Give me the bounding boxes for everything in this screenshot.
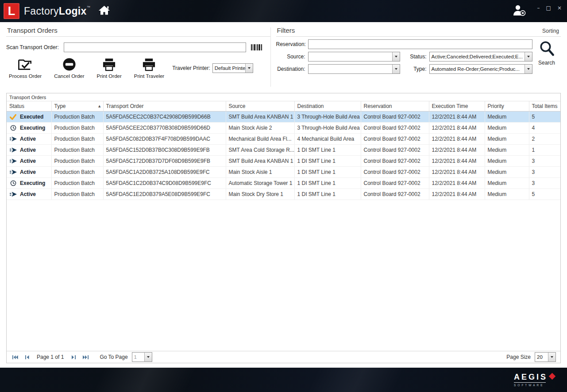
source-status-filter-row: Source: Status: Active;Canceled;Delivere… xyxy=(276,52,532,61)
traveler-printer-select[interactable]: Default Printer xyxy=(212,63,253,73)
destination-label: Destination: xyxy=(276,66,308,72)
transport-orders-panel-header: Transport Orders xyxy=(6,25,270,37)
cell-total-items: 2 xyxy=(529,134,560,145)
cell-type: Production Batch xyxy=(51,134,103,145)
filters-panel: Filters Sorting Reservation: Source: xyxy=(271,25,561,89)
cell-priority: Medium xyxy=(485,145,529,156)
transport-order-row[interactable]: ActiveProduction Batch5A5FDA5C082D0B37F4… xyxy=(7,134,560,145)
cell-destination: 3 Through-Hole Build Area xyxy=(294,111,361,123)
chevron-down-icon xyxy=(392,65,400,73)
cell-source: Mechanical Build Area Fl... xyxy=(226,134,294,145)
sorting-toggle[interactable]: Sorting xyxy=(542,28,560,34)
column-header-total-items[interactable]: Total Items xyxy=(529,101,560,111)
search-button[interactable]: Search xyxy=(532,40,561,66)
cell-execution-time: 12/2/2021 8:44 AM xyxy=(429,189,485,200)
cell-reservation: Control Board 927-0002 xyxy=(361,111,429,123)
cell-reservation: Control Board 927-0002 xyxy=(361,134,429,145)
reservation-label: Reservation: xyxy=(276,41,308,47)
app-title: FactoryLogix™ xyxy=(24,5,90,17)
status-label: Status: xyxy=(405,54,429,60)
page-size-label: Page Size xyxy=(506,354,531,360)
status-select[interactable]: Active;Canceled;Delivered;Executed;E... xyxy=(429,52,532,61)
cell-status: Active xyxy=(7,156,51,167)
cell-source: Main Stock Aisle 1 xyxy=(226,167,294,178)
column-header-execution-time[interactable]: Execution Time xyxy=(429,101,485,111)
top-panels: Transport Orders Scan Transport Order: xyxy=(6,25,561,89)
transport-order-row[interactable]: ActiveProduction Batch5A5FDA5C172D0B37D7… xyxy=(7,156,560,167)
transport-order-row[interactable]: ExecutingProduction Batch5A5FDA5CEE2C0B3… xyxy=(7,123,560,134)
transport-order-row[interactable]: ExecutingProduction Batch5A5FDA5C1C2D0B3… xyxy=(7,178,560,189)
home-button[interactable] xyxy=(98,5,110,17)
cell-type: Production Batch xyxy=(51,111,103,123)
cell-total-items: 5 xyxy=(529,189,560,200)
cell-execution-time: 12/2/2021 8:44 AM xyxy=(429,167,485,178)
print-order-label: Print Order xyxy=(97,73,122,79)
goto-page-label: Go To Page xyxy=(100,354,127,360)
cell-total-items: 4 xyxy=(529,123,560,134)
print-traveler-label: Print Traveler xyxy=(134,73,164,79)
page-info: Page 1 of 1 xyxy=(35,354,66,360)
transport-order-row[interactable]: ActiveProduction Batch5A5FDA5C1E2D0B379A… xyxy=(7,189,560,200)
next-page-button[interactable] xyxy=(69,354,77,361)
page-size-select[interactable]: 20 xyxy=(535,352,556,362)
transport-orders-panel-title: Transport Orders xyxy=(7,27,58,34)
transport-orders-tbody: ExecutedProduction Batch5A5FDA5CEC2C0B37… xyxy=(7,111,560,200)
cell-destination: 1 DI SMT Line 1 xyxy=(294,189,361,200)
cell-type: Production Batch xyxy=(51,123,103,134)
process-order-button[interactable]: Process Order xyxy=(6,56,44,80)
cancel-order-button[interactable]: Cancel Order xyxy=(51,56,87,80)
last-page-button[interactable] xyxy=(81,354,89,361)
pagination-bar: Page 1 of 1 Go To Page 1 Page Size 20 xyxy=(7,351,560,363)
logo-letter: L xyxy=(8,4,15,18)
cell-transport-order: 5A5FDA5CEE2C0B3770B308D9B599D66D xyxy=(103,123,226,134)
cell-reservation: Control Board 927-0002 xyxy=(361,178,429,189)
window-controls: – □ × xyxy=(537,5,562,11)
transport-order-row[interactable]: ActiveProduction Batch5A5FDA5C152D0B37B0… xyxy=(7,145,560,156)
column-header-status[interactable]: Status xyxy=(7,101,51,111)
titlebar: L FactoryLogix™ – □ xyxy=(0,0,567,22)
column-header-reservation[interactable]: Reservation xyxy=(361,101,429,111)
column-header-destination[interactable]: Destination xyxy=(294,101,361,111)
executed-check-icon xyxy=(9,114,17,120)
logout-user-button[interactable] xyxy=(512,4,526,18)
cell-reservation: Control Board 927-0002 xyxy=(361,189,429,200)
cell-execution-time: 12/2/2021 8:44 AM xyxy=(429,178,485,189)
column-header-priority[interactable]: Priority xyxy=(485,101,529,111)
cell-priority: Medium xyxy=(485,111,529,123)
scan-transport-order-input[interactable] xyxy=(64,42,246,52)
column-header-source[interactable]: Source xyxy=(226,101,294,111)
cancel-order-label: Cancel Order xyxy=(54,73,84,79)
minimize-button[interactable]: – xyxy=(537,5,540,11)
cell-execution-time: 12/2/2021 8:44 AM xyxy=(429,156,485,167)
type-select[interactable]: Automated Re-Order;Generic;Produc... xyxy=(429,64,532,74)
cell-destination: 1 DI SMT Line 1 xyxy=(294,178,361,189)
destination-select[interactable] xyxy=(308,64,400,74)
column-header-type[interactable]: Type▲ xyxy=(51,101,103,111)
maximize-button[interactable]: □ xyxy=(546,5,551,11)
cell-status: Executed xyxy=(7,111,51,123)
previous-page-button[interactable] xyxy=(23,354,31,361)
first-page-button[interactable] xyxy=(11,354,19,361)
transport-orders-table: StatusType▲Transport OrderSourceDestinat… xyxy=(7,101,560,200)
reservation-input[interactable] xyxy=(308,39,532,49)
transport-orders-grid-group: Transport Orders StatusType▲Transport Or… xyxy=(6,93,561,363)
destination-type-filter-row: Destination: Type: Automated Re-Order;Ge… xyxy=(276,64,532,74)
process-order-label: Process Order xyxy=(9,73,42,79)
factorylogix-logo: L xyxy=(4,3,19,19)
executing-clock-icon xyxy=(9,180,17,186)
cell-transport-order: 5A5FDA5C152D0B37B0C308D9B599E9FB xyxy=(103,145,226,156)
transport-order-row[interactable]: ActiveProduction Batch5A5FDA5C1A2D0B3725… xyxy=(7,167,560,178)
transport-order-row[interactable]: ExecutedProduction Batch5A5FDA5CEC2C0B37… xyxy=(7,111,560,123)
goto-page-input[interactable]: 1 xyxy=(132,352,152,362)
close-button[interactable]: × xyxy=(557,5,562,11)
process-order-icon xyxy=(18,57,33,71)
column-header-transport-order[interactable]: Transport Order xyxy=(103,101,226,111)
cell-reservation: Control Board 927-0002 xyxy=(361,145,429,156)
cell-execution-time: 12/2/2021 8:44 AM xyxy=(429,123,485,134)
print-order-button[interactable]: Print Order xyxy=(94,56,124,80)
print-traveler-button[interactable]: Print Traveler xyxy=(131,56,167,80)
cell-status: Active xyxy=(7,167,51,178)
source-select[interactable] xyxy=(308,52,400,61)
filters-panel-header: Filters Sorting xyxy=(276,25,561,37)
cell-source: Automatic Storage Tower 1 xyxy=(226,178,294,189)
